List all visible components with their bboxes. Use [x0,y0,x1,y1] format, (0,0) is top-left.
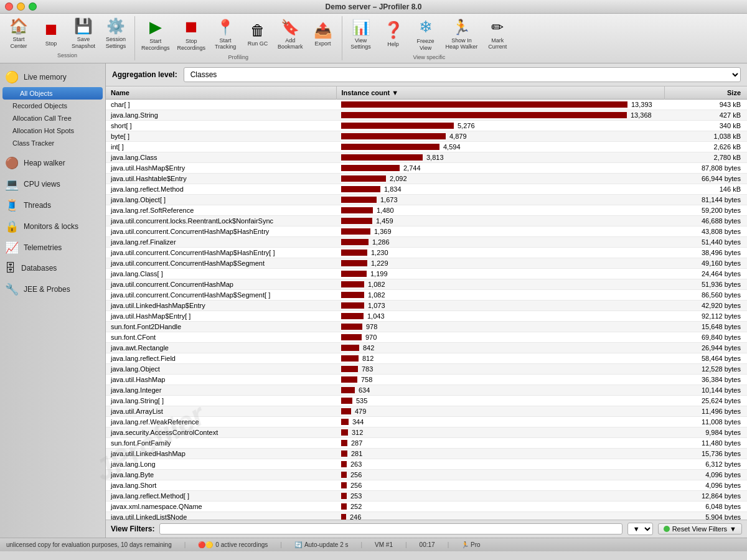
window-title: Demo server – JProfiler 8.0 [326,2,422,11]
sidebar-item-databases[interactable]: 🗄 Databases [0,259,105,278]
row-name: java.lang.Integer [106,385,336,395]
col-size[interactable]: Size [664,86,747,100]
instance-count-value: 253 [350,492,378,500]
sidebar-item-allocation-call-tree[interactable]: Allocation Call Tree [0,112,105,124]
row-size: 2,780 kB [664,152,747,162]
table-row[interactable]: java.util.concurrent.ConcurrentHashMap$S… [106,289,747,300]
help-button[interactable]: ❓ Help [377,19,410,49]
minimize-button[interactable] [17,2,25,11]
table-row[interactable]: java.util.concurrent.ConcurrentHashMap$H… [106,226,747,236]
table-row[interactable]: java.lang.ref.WeakReference34411,008 byt… [106,416,747,427]
export-button[interactable]: 📤 Export [307,21,339,49]
row-count: 1,673 [336,194,664,205]
mark-current-button[interactable]: ✏ MarkCurrent [481,17,514,52]
row-size: 87,808 bytes [664,162,747,173]
table-row[interactable]: java.util.LinkedHashMap$Entry1,07342,920… [106,300,747,310]
table-row[interactable]: java.util.HashMap75836,384 bytes [106,374,747,385]
table-row[interactable]: java.lang.Class3,8132,780 kB [106,152,747,162]
table-row[interactable]: java.lang.Long2636,312 bytes [106,459,747,469]
table-row[interactable]: java.lang.String13,368427 kB [106,110,747,120]
objects-table-container[interactable]: Name Instance count ▼ Size char[ ]13,393… [106,86,747,520]
table-row[interactable]: java.lang.Class[ ]1,19924,464 bytes [106,268,747,279]
row-size: 9,984 bytes [664,427,747,437]
table-row[interactable]: javax.xml.namespace.QName2526,048 bytes [106,501,747,511]
filter-dropdown[interactable]: ▼ [627,523,653,535]
start-center-button[interactable]: 🏠 StartCenter [2,16,35,51]
table-row[interactable]: java.util.concurrent.ConcurrentHashMap$S… [106,258,747,268]
sidebar-item-telemetries[interactable]: 📈 Telemetries [0,238,105,258]
table-row[interactable]: java.lang.String[ ]53525,624 bytes [106,395,747,406]
save-snapshot-button[interactable]: 💾 SaveSnapshot [67,16,100,51]
instance-count-value: 842 [363,344,391,352]
sidebar-item-recorded-objects[interactable]: Recorded Objects [0,100,105,112]
session-settings-icon: ⚙️ [106,17,125,35]
row-count: 344 [336,416,664,427]
table-row[interactable]: java.lang.ref.Finalizer1,28651,440 bytes [106,236,747,247]
sidebar-item-cpu-views[interactable]: 💻 CPU views [0,174,105,194]
table-row[interactable]: char[ ]13,393943 kB [106,99,747,110]
view-settings-button[interactable]: 📊 ViewSettings [345,17,377,52]
table-row[interactable]: java.lang.Integer63410,144 bytes [106,385,747,395]
show-in-heap-walker-button[interactable]: 🏃 Show InHeap Walker [442,17,482,52]
row-size: 49,160 bytes [664,258,747,268]
maximize-button[interactable] [29,2,37,11]
table-row[interactable]: java.lang.Short2564,096 bytes [106,480,747,490]
close-button[interactable] [5,2,13,11]
table-row[interactable]: java.lang.Object[ ]1,67381,144 bytes [106,194,747,205]
table-row[interactable]: java.util.LinkedHashMap28115,736 bytes [106,448,747,459]
run-gc-button[interactable]: 🗑 Run GC [242,21,274,49]
stop-button[interactable]: ⏹ Stop [35,19,67,49]
instance-count-value: 1,369 [374,228,402,235]
sidebar-item-live-memory[interactable]: 🟡 Live memory [0,67,105,87]
instance-count-value: 312 [352,429,380,436]
row-name: java.util.concurrent.ConcurrentHashMap$H… [106,247,336,258]
table-row[interactable]: java.lang.ref.SoftReference1,48059,200 b… [106,205,747,215]
sidebar-item-all-objects[interactable]: All Objects [2,87,103,100]
table-row[interactable]: java.util.Hashtable$Entry2,09266,944 byt… [106,173,747,184]
sidebar-item-allocation-hot-spots[interactable]: Allocation Hot Spots [0,124,105,137]
session-settings-button[interactable]: ⚙️ SessionSettings [100,16,132,51]
col-name[interactable]: Name [106,86,336,100]
col-instance-count[interactable]: Instance count ▼ [336,86,664,100]
row-name: java.lang.Class [106,152,336,162]
row-name: sun.font.CFont [106,332,336,342]
reset-view-filters-button[interactable]: Reset View Filters ▼ [658,523,742,534]
add-bookmark-button[interactable]: 🔖 AddBookmark [274,17,307,52]
table-row[interactable]: int[ ]4,5942,626 kB [106,141,747,152]
filters-input[interactable] [159,523,622,534]
row-size: 51,936 bytes [664,279,747,289]
table-row[interactable]: java.util.concurrent.ConcurrentHashMap$H… [106,247,747,258]
table-row[interactable]: java.util.ArrayList47911,496 bytes [106,406,747,416]
start-recordings-button[interactable]: ▶ StartRecordings [138,16,174,53]
table-row[interactable]: java.lang.reflect.Field81258,464 bytes [106,353,747,363]
instance-count-value: 1,082 [368,281,396,288]
sidebar-item-class-tracker[interactable]: Class Tracker [0,137,105,149]
table-row[interactable]: short[ ]5,276340 kB [106,120,747,131]
table-row[interactable]: java.security.AccessControlContext3129,9… [106,427,747,437]
table-row[interactable]: java.lang.Byte2564,096 bytes [106,469,747,480]
table-row[interactable]: sun.font.Font2DHandle97815,648 bytes [106,321,747,332]
table-row[interactable]: sun.font.FontFamily28711,480 bytes [106,437,747,448]
sidebar-item-threads[interactable]: 🧵 Threads [0,195,105,215]
sidebar-item-jee-probes[interactable]: 🔧 JEE & Probes [0,279,105,299]
row-size: 340 kB [664,120,747,131]
table-row[interactable]: java.lang.reflect.Method[ ]25312,864 byt… [106,490,747,501]
table-row[interactable]: java.util.concurrent.ConcurrentHashMap1,… [106,279,747,289]
stop-recordings-button[interactable]: ⏹ StopRecordings [174,16,210,53]
table-row[interactable]: java.lang.reflect.Method1,834146 kB [106,184,747,194]
row-size: 69,840 bytes [664,332,747,342]
start-tracking-button[interactable]: 📍 StartTracking [209,17,242,52]
freeze-view-button[interactable]: ❄ FreezeView [410,16,442,53]
table-row[interactable]: java.util.concurrent.locks.ReentrantLock… [106,215,747,226]
table-row[interactable]: sun.font.CFont97069,840 bytes [106,332,747,342]
table-row[interactable]: byte[ ]4,8791,038 kB [106,131,747,141]
sidebar-item-monitors-locks[interactable]: 🔒 Monitors & locks [0,217,105,236]
instance-count-value: 479 [355,408,383,415]
table-row[interactable]: java.util.HashMap$Entry[ ]1,04392,112 by… [106,310,747,321]
table-row[interactable]: java.awt.Rectangle84226,944 bytes [106,342,747,353]
table-row[interactable]: java.util.HashMap$Entry2,74487,808 bytes [106,162,747,173]
table-row[interactable]: java.lang.Object78312,528 bytes [106,363,747,374]
sidebar-item-heap-walker[interactable]: 🟤 Heap walker [0,153,105,173]
table-row[interactable]: java.util.LinkedList$Node2465,904 bytes [106,511,747,520]
aggregation-select[interactable]: Classes Packages J2EE Components Modules [184,67,741,82]
